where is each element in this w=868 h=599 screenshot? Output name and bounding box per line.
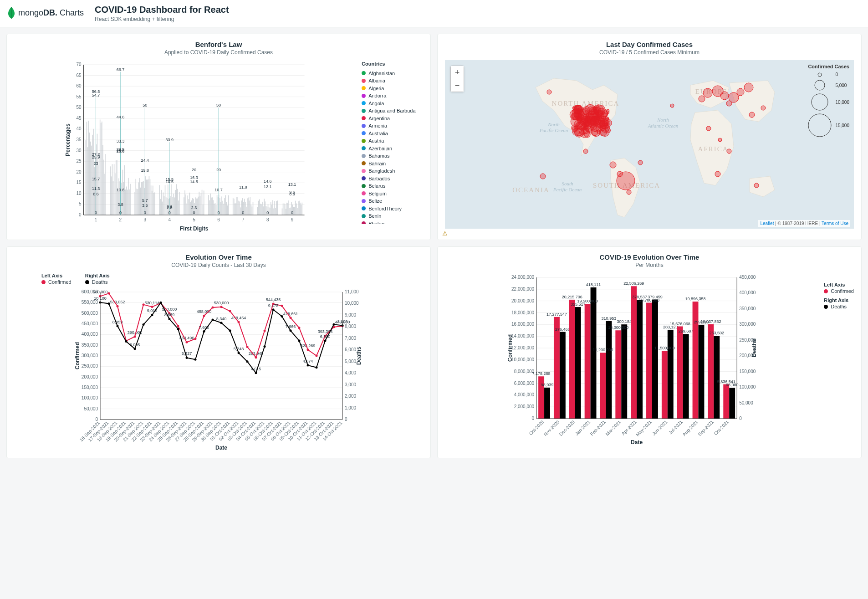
svg-rect-283 (298, 201, 299, 215)
svg-rect-47 (102, 122, 102, 215)
world-map[interactable]: NORTH AMERICASOUTH AMERICAEUROPEAFRICAOC… (445, 60, 854, 229)
svg-text:33.3: 33.3 (117, 139, 125, 143)
svg-text:16,000,000: 16,000,000 (511, 322, 534, 327)
svg-text:269,687: 269,687 (679, 329, 694, 333)
map-attribution: Leaflet | © 1987-2019 HERE | Terms of Us… (758, 220, 850, 227)
legend-item[interactable]: Benin (362, 212, 423, 220)
legend-item[interactable]: Angola (362, 100, 423, 108)
svg-text:19.8: 19.8 (141, 168, 149, 173)
svg-text:Confirmed: Confirmed (74, 342, 81, 369)
svg-rect-34 (89, 133, 90, 215)
daily-legend: Left AxisConfirmed Right AxisDeaths (14, 273, 423, 285)
svg-text:Feb-2021: Feb-2021 (589, 419, 607, 436)
svg-text:5,327: 5,327 (182, 351, 192, 356)
svg-rect-131 (161, 190, 162, 215)
svg-point-388 (606, 109, 609, 113)
svg-text:22,000,000: 22,000,000 (511, 287, 534, 292)
svg-point-443 (715, 171, 720, 177)
legend-item[interactable]: Belarus (362, 182, 423, 190)
svg-rect-683 (631, 286, 637, 419)
svg-point-420 (583, 120, 588, 125)
svg-rect-234 (251, 205, 252, 215)
terms-link[interactable]: Terms of Use (822, 221, 848, 226)
monthly-chart[interactable]: 02,000,0004,000,0006,000,0008,000,00010,… (445, 273, 819, 446)
svg-rect-659 (560, 332, 566, 419)
leaflet-link[interactable]: Leaflet (760, 221, 774, 226)
legend-item[interactable]: Algeria (362, 85, 423, 92)
daily-chart[interactable]: 050,000100,000150,000200,000250,000300,0… (14, 287, 423, 451)
svg-rect-50 (104, 174, 105, 215)
svg-rect-261 (277, 200, 278, 215)
svg-rect-268 (284, 203, 285, 215)
svg-text:First Digits: First Digits (180, 225, 209, 232)
benford-chart[interactable]: 051015202530354045505560657056.554.727.2… (14, 60, 358, 233)
svg-rect-159 (184, 197, 184, 215)
svg-point-449 (670, 104, 674, 108)
svg-rect-84 (129, 189, 130, 215)
svg-point-442 (727, 149, 731, 154)
svg-text:50,000: 50,000 (84, 406, 98, 411)
legend-item[interactable]: Andorra (362, 92, 423, 100)
svg-rect-280 (295, 201, 296, 215)
legend-item[interactable]: Australia (362, 130, 423, 138)
legend-item[interactable]: Austria (362, 137, 423, 145)
svg-point-432 (627, 190, 631, 195)
svg-text:0: 0 (291, 210, 293, 215)
svg-point-453 (815, 80, 825, 90)
svg-rect-223 (240, 207, 241, 215)
legend-item[interactable]: Armenia (362, 122, 423, 130)
legend-item[interactable]: Bahrain (362, 160, 423, 168)
svg-rect-699 (683, 334, 689, 419)
svg-text:7: 7 (242, 217, 245, 222)
svg-rect-193 (214, 204, 215, 215)
svg-point-427 (577, 122, 582, 128)
svg-point-447 (761, 106, 766, 110)
svg-text:3: 3 (144, 217, 147, 222)
svg-rect-174 (198, 197, 199, 215)
monthly-legend: Left Axis Confirmed Right Axis Deaths (819, 273, 854, 448)
svg-rect-163 (187, 195, 188, 215)
zoom-in-button[interactable]: + (451, 66, 464, 79)
mongodb-leaf-icon (7, 6, 15, 19)
legend-item[interactable]: Belize (362, 197, 423, 205)
svg-text:10,000,000: 10,000,000 (511, 357, 534, 362)
svg-text:Date: Date (631, 439, 643, 445)
legend-item[interactable]: Albania (362, 77, 423, 85)
legend-item[interactable]: BenfordTheory (362, 205, 423, 213)
legend-item[interactable]: Azerbaijan (362, 145, 423, 153)
legend-item[interactable]: Belgium (362, 190, 423, 198)
svg-text:Pacific Ocean: Pacific Ocean (539, 128, 568, 133)
svg-text:5: 5 (79, 201, 82, 206)
svg-rect-45 (100, 119, 101, 215)
svg-rect-190 (211, 198, 212, 215)
legend-item[interactable]: Argentina (362, 115, 423, 123)
svg-text:5,748: 5,748 (234, 347, 244, 351)
svg-text:14.5: 14.5 (190, 179, 198, 184)
legend-item[interactable]: Bahamas (362, 152, 423, 160)
warning-icon: ⚠ (442, 230, 448, 237)
svg-text:16,037,862: 16,037,862 (700, 319, 721, 324)
svg-rect-149 (178, 200, 179, 215)
legend-item[interactable]: Afghanistan (362, 70, 423, 77)
svg-text:9,000: 9,000 (345, 312, 356, 317)
svg-point-426 (580, 128, 590, 138)
legend-item[interactable]: Bangladesh (362, 167, 423, 175)
svg-rect-270 (286, 209, 286, 215)
svg-point-429 (610, 162, 616, 168)
svg-text:450,000: 450,000 (82, 321, 98, 326)
legend-item[interactable]: Bhutan (362, 220, 423, 225)
svg-text:544,435: 544,435 (266, 297, 281, 302)
svg-rect-241 (258, 201, 259, 215)
svg-text:18,000,000: 18,000,000 (511, 310, 534, 315)
zoom-out-button[interactable]: − (451, 79, 464, 92)
svg-rect-273 (288, 200, 289, 215)
svg-rect-51 (105, 154, 106, 215)
svg-point-424 (595, 115, 600, 120)
legend-item[interactable]: Barbados (362, 175, 423, 183)
svg-rect-39 (94, 167, 95, 215)
svg-rect-206 (226, 202, 227, 215)
svg-text:50: 50 (76, 105, 82, 110)
legend-item[interactable]: Antigua and Barbuda (362, 107, 423, 115)
svg-text:1,000: 1,000 (345, 405, 356, 410)
svg-rect-49 (103, 160, 104, 215)
